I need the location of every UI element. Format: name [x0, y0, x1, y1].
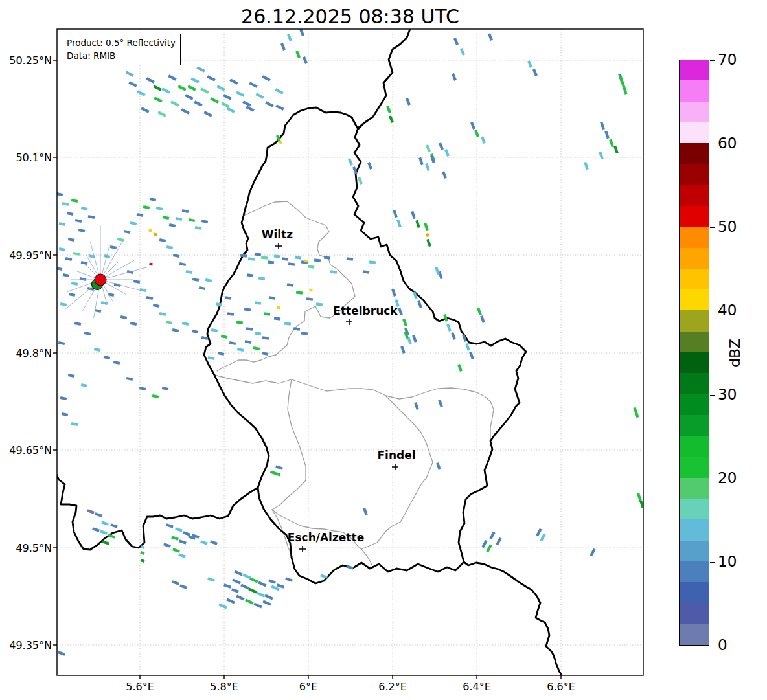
- y-tick-label: 49.65°N: [1, 444, 52, 457]
- colorbar-tick-label: 10: [718, 553, 737, 570]
- colorbar-band: [680, 80, 709, 102]
- city-label: Ettelbruck: [333, 304, 397, 317]
- echo-streak: [396, 220, 402, 228]
- echo-streak: [346, 565, 354, 569]
- echo-streak: [192, 330, 199, 333]
- echo-streak: [348, 158, 353, 166]
- echo-streak: [113, 361, 120, 365]
- echo-streak: [227, 312, 234, 316]
- echo-streak: [171, 536, 179, 540]
- colorbar-band: [680, 414, 709, 436]
- colorbar-tick-mark: [710, 144, 715, 144]
- radar-echoes: [56, 28, 645, 656]
- city-plus-marker: [299, 546, 306, 552]
- echo-streak: [604, 131, 610, 139]
- echo-streak: [223, 583, 231, 588]
- echo-streak: [367, 162, 372, 170]
- echo-streak: [324, 256, 330, 260]
- echo-streak: [275, 465, 283, 469]
- city-label: Esch/Alzette: [288, 531, 364, 544]
- echo-streak: [120, 315, 128, 319]
- radar-map-figure: 26.12.2025 08:38 UTC Product: 0.5° Refle…: [0, 0, 767, 700]
- echo-streak: [435, 267, 440, 275]
- echo-streak: [470, 122, 475, 130]
- echo-streak: [200, 540, 208, 545]
- echo-streak: [275, 104, 284, 111]
- echo-streak: [481, 540, 487, 548]
- echo-streak: [295, 256, 301, 260]
- echo-streak: [417, 300, 422, 308]
- echo-streak: [258, 277, 265, 280]
- echo-streak: [402, 319, 407, 326]
- echo-streak: [201, 336, 209, 340]
- echo-streak: [177, 85, 186, 91]
- colorbar-band: [680, 373, 709, 394]
- echo-streak: [218, 603, 227, 609]
- echo-streak: [101, 301, 108, 305]
- colorbar-band: [680, 247, 709, 269]
- echo-streak: [153, 85, 161, 91]
- echo-streak: [452, 73, 457, 81]
- echo-streak: [320, 574, 328, 578]
- echo-streak: [411, 211, 416, 220]
- echo-streak: [84, 332, 91, 335]
- echo-streak: [92, 527, 100, 532]
- echo-streak: [163, 216, 170, 220]
- echo-streak: [168, 74, 176, 81]
- echo-streak: [81, 207, 88, 210]
- radar-spoke: [100, 267, 147, 280]
- x-tick-label: 6.6°E: [532, 681, 590, 693]
- echo-streak: [255, 253, 261, 256]
- city-label: Findel: [377, 449, 415, 462]
- echo-streak: [634, 407, 639, 418]
- echo-streak: [282, 257, 288, 261]
- echo-streak: [95, 512, 102, 517]
- echo-streak: [242, 573, 251, 579]
- echo-streak: [126, 377, 133, 381]
- echo-streak: [156, 207, 163, 210]
- echo-streak: [73, 252, 80, 256]
- colorbar-tick-label: 40: [718, 302, 737, 319]
- echo-streak: [262, 352, 269, 356]
- echo-streak: [157, 111, 166, 117]
- colorbar-tick-mark: [710, 479, 715, 479]
- colorbar: [679, 60, 709, 646]
- echo-streak: [249, 577, 258, 583]
- echo-streak: [540, 534, 545, 542]
- echo-streak: [609, 139, 614, 148]
- city-plus-marker: [346, 319, 352, 325]
- echo-streak: [130, 221, 137, 225]
- echo-streak: [369, 260, 376, 264]
- colorbar-band: [680, 164, 709, 185]
- echo-streak: [438, 400, 443, 407]
- echo-streak: [88, 215, 95, 219]
- colorbar-unit-label: dBZ: [727, 339, 743, 367]
- echo-streak: [264, 312, 270, 316]
- x-tick-label: 6.4°E: [448, 681, 506, 693]
- echo-streak: [140, 551, 144, 555]
- echo-streak: [265, 101, 273, 107]
- echo-streak: [110, 245, 117, 249]
- echo-streak: [301, 332, 308, 335]
- echo-streak: [426, 239, 431, 247]
- echo-streak: [162, 387, 169, 390]
- echo-streak: [62, 412, 69, 416]
- colorbar-band: [680, 540, 709, 561]
- echo-streak: [71, 199, 78, 203]
- echo-streak: [584, 162, 589, 170]
- echo-streak: [236, 91, 244, 97]
- y-tick-label: 49.5°N: [1, 542, 52, 554]
- echo-streak: [146, 296, 154, 300]
- product-info-line2: Data: RMIB: [67, 49, 176, 62]
- echo-streak: [406, 98, 411, 106]
- echo-streak: [58, 651, 65, 655]
- colorbar-band: [680, 603, 709, 624]
- echo-streak: [143, 205, 150, 209]
- echo-streak: [451, 332, 456, 340]
- echo-streak: [221, 102, 229, 108]
- y-tick-label: 49.95°N: [1, 249, 52, 262]
- district-border-luxembourg: [272, 379, 433, 549]
- colorbar-band: [680, 519, 709, 541]
- echo-streak: [398, 308, 403, 315]
- echo-streak: [59, 222, 66, 226]
